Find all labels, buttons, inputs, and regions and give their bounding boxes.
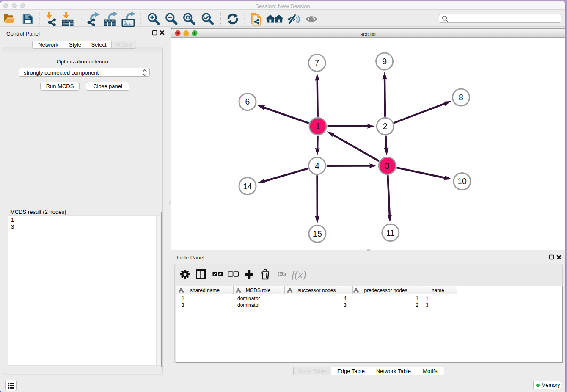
svg-text:2: 2 xyxy=(383,121,388,131)
svg-text:f(x): f(x) xyxy=(292,269,306,281)
svg-text:15: 15 xyxy=(313,229,322,238)
svg-text:8: 8 xyxy=(459,93,463,102)
svg-text:10: 10 xyxy=(457,177,467,186)
svg-text:9: 9 xyxy=(382,57,387,66)
svg-text:3: 3 xyxy=(385,161,390,171)
svg-text:4: 4 xyxy=(315,161,319,171)
svg-text:14: 14 xyxy=(243,182,252,191)
svg-text:11: 11 xyxy=(386,228,395,237)
svg-text:1: 1 xyxy=(316,121,320,131)
svg-text:6: 6 xyxy=(245,97,250,106)
svg-text:7: 7 xyxy=(315,58,319,67)
